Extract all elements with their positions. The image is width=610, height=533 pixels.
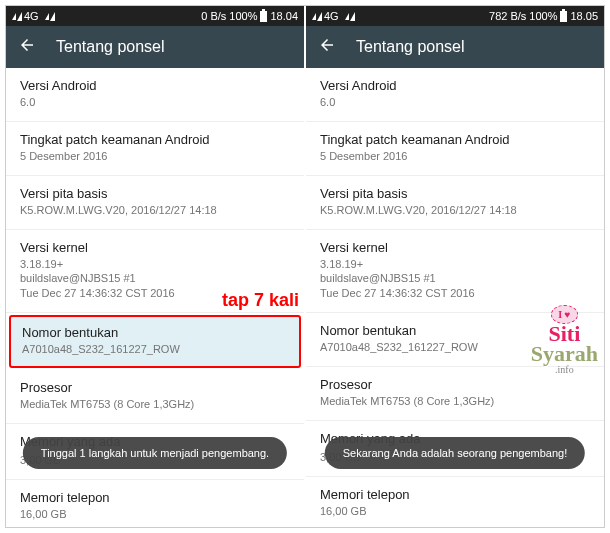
clock: 18.05 xyxy=(570,10,598,22)
item-title: Versi kernel xyxy=(20,240,290,255)
list-item-build-number[interactable]: Nomor bentukanA7010a48_S232_161227_ROW xyxy=(9,315,301,368)
list-item[interactable]: ProsesorMediaTek MT6753 (8 Core 1,3GHz) xyxy=(306,367,604,421)
item-title: Versi Android xyxy=(320,78,590,93)
list-item[interactable]: Versi Android6.0 xyxy=(306,68,604,122)
screen-right: 4G 782 B/s 100% 18.05 Tentang ponsel Ver… xyxy=(306,6,604,527)
app-bar: Tentang ponsel xyxy=(6,26,304,68)
item-sub: MediaTek MT6753 (8 Core 1,3GHz) xyxy=(320,394,590,409)
status-bar: 4G 782 B/s 100% 18.05 xyxy=(306,6,604,26)
signal-icon xyxy=(45,13,49,20)
item-title: Versi Android xyxy=(20,78,290,93)
signal-icon xyxy=(345,13,349,20)
item-title: Prosesor xyxy=(20,380,290,395)
list-item[interactable]: Tingkat patch keamanan Android5 Desember… xyxy=(6,122,304,176)
annotation-text: tap 7 kali xyxy=(222,290,299,311)
item-sub: 5 Desember 2016 xyxy=(20,149,290,164)
signal-icon xyxy=(317,12,322,21)
appbar-title: Tentang ponsel xyxy=(356,38,465,56)
list-item[interactable]: Versi pita basisK5.ROW.M.LWG.V20, 2016/1… xyxy=(6,176,304,230)
item-title: Nomor bentukan xyxy=(22,325,288,340)
item-sub: K5.ROW.M.LWG.V20, 2016/12/27 14:18 xyxy=(320,203,590,218)
battery-icon xyxy=(260,11,267,22)
back-icon[interactable] xyxy=(18,36,36,58)
list-item[interactable]: Memori telepon16,00 GB xyxy=(6,480,304,527)
signal-icon xyxy=(50,12,55,21)
item-sub: K5.ROW.M.LWG.V20, 2016/12/27 14:18 xyxy=(20,203,290,218)
status-bar: 4G 0 B/s 100% 18.04 xyxy=(6,6,304,26)
item-title: Memori telepon xyxy=(320,487,590,502)
battery-pct: 100% xyxy=(229,10,257,22)
toast: Tinggal 1 langkah untuk menjadi pengemba… xyxy=(23,437,287,469)
signal-icon xyxy=(350,12,355,21)
item-sub: A7010a48_S232_161227_ROW xyxy=(320,340,590,355)
net-speed: 782 B/s xyxy=(489,10,526,22)
item-title: Tingkat patch keamanan Android xyxy=(320,132,590,147)
toast: Sekarang Anda adalah seorang pengembang! xyxy=(325,437,585,469)
item-sub: 6.0 xyxy=(20,95,290,110)
appbar-title: Tentang ponsel xyxy=(56,38,165,56)
list-item[interactable]: ProsesorMediaTek MT6753 (8 Core 1,3GHz) xyxy=(6,370,304,424)
item-title: Nomor bentukan xyxy=(320,323,590,338)
clock: 18.04 xyxy=(270,10,298,22)
item-title: Memori telepon xyxy=(20,490,290,505)
item-sub: 16,00 GB xyxy=(320,504,590,519)
app-bar: Tentang ponsel xyxy=(306,26,604,68)
item-sub: 3.18.19+ buildslave@NJBS15 #1 Tue Dec 27… xyxy=(320,257,590,302)
item-sub: A7010a48_S232_161227_ROW xyxy=(22,342,288,357)
list-item-build-number[interactable]: Nomor bentukanA7010a48_S232_161227_ROW xyxy=(306,313,604,367)
screen-left: 4G 0 B/s 100% 18.04 Tentang ponsel Versi… xyxy=(6,6,304,527)
list-item[interactable]: Versi Android6.0 xyxy=(6,68,304,122)
net-label: 4G xyxy=(24,10,39,22)
signal-icon xyxy=(12,13,16,20)
signal-icon xyxy=(312,13,316,20)
item-sub: 6.0 xyxy=(320,95,590,110)
battery-icon xyxy=(560,11,567,22)
list-item[interactable]: Versi pita basisK5.ROW.M.LWG.V20, 2016/1… xyxy=(306,176,604,230)
item-title: Tingkat patch keamanan Android xyxy=(20,132,290,147)
list-item[interactable]: Tingkat patch keamanan Android5 Desember… xyxy=(306,122,604,176)
item-sub: MediaTek MT6753 (8 Core 1,3GHz) xyxy=(20,397,290,412)
list-item[interactable]: Versi kernel3.18.19+ buildslave@NJBS15 #… xyxy=(306,230,604,314)
battery-pct: 100% xyxy=(529,10,557,22)
item-sub: 5 Desember 2016 xyxy=(320,149,590,164)
net-label: 4G xyxy=(324,10,339,22)
item-title: Prosesor xyxy=(320,377,590,392)
signal-icon xyxy=(17,12,22,21)
net-speed: 0 B/s xyxy=(201,10,226,22)
list-item[interactable]: Memori telepon16,00 GB xyxy=(306,477,604,527)
back-icon[interactable] xyxy=(318,36,336,58)
item-sub: 16,00 GB xyxy=(20,507,290,522)
item-title: Versi pita basis xyxy=(320,186,590,201)
item-title: Versi kernel xyxy=(320,240,590,255)
item-title: Versi pita basis xyxy=(20,186,290,201)
